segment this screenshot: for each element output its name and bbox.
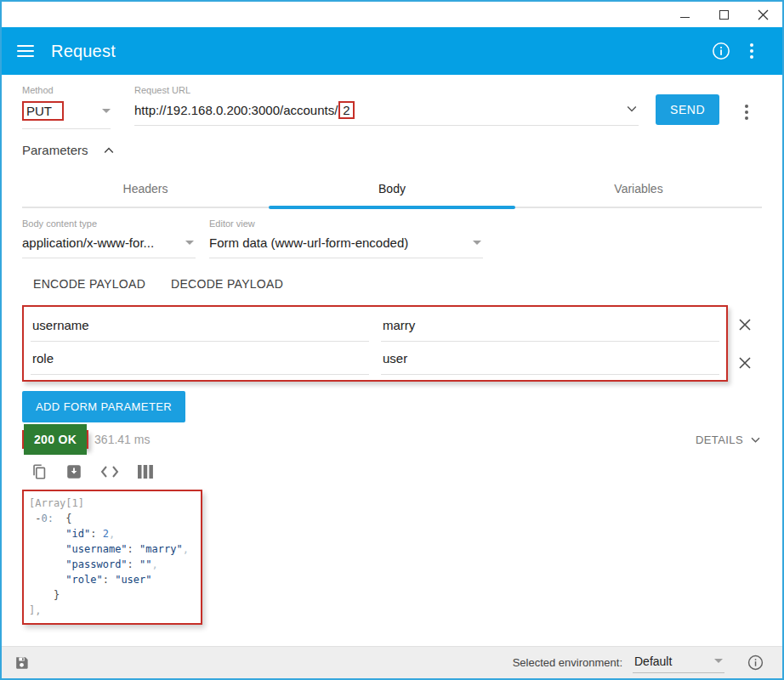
editor-view-value: Form data (www-url-form-encoded) [209,235,408,250]
json-array-header: [Array[1] [29,497,84,509]
status-annotated-box: 200 OK [22,430,88,449]
floppy-save-icon [14,654,30,671]
maximize-button[interactable] [704,2,743,27]
url-suggestions-toggle[interactable] [625,102,639,118]
remove-param-button[interactable] [736,354,754,372]
details-label: DETAILS [696,434,743,446]
close-icon [758,9,769,20]
maximize-icon [719,10,729,20]
editor-selects: Body content type application/x-www-for.… [22,218,762,258]
json-collapse-toggle[interactable]: - [29,513,41,524]
request-url-label: Request URL [134,85,639,95]
columns-icon [136,463,155,480]
encode-payload-button[interactable]: ENCODE PAYLOAD [33,277,145,291]
app-header: Request [2,27,782,75]
param-value-input[interactable] [381,342,719,375]
parameters-label: Parameters [22,143,88,157]
close-button[interactable] [743,2,782,27]
save-request-button[interactable] [14,654,30,671]
environment-value: Default [634,654,672,668]
request-url-value: http://192.168.0.200:3000/accounts/ [134,103,338,117]
json-response-annotated-box: [Array[1] -0: { "id": 2, "username": "ma… [22,490,202,625]
chevron-down-icon [749,434,762,446]
environment-group: Selected environment: Default [513,648,770,678]
dropdown-arrow-icon [102,109,111,113]
tab-body[interactable]: Body [269,173,515,207]
info-icon [747,654,764,671]
request-options-button[interactable] [731,97,762,128]
url-id-annotated: 2 [338,101,354,119]
main-content: Method PUT Request URL http://192.168.0.… [2,75,782,646]
param-remove-column [728,305,762,382]
page-title: Request [51,42,116,61]
chevron-up-icon [102,144,116,157]
kebab-icon [750,43,753,59]
dropdown-arrow-icon [185,241,194,245]
save-response-button[interactable] [65,462,83,481]
environment-select[interactable]: Default [633,653,724,673]
remove-param-button[interactable] [736,315,754,334]
param-row [31,309,719,342]
status-bar: Selected environment: Default [2,646,782,678]
environment-label: Selected environment: [513,656,622,669]
param-name-input[interactable] [31,309,369,342]
close-icon [737,355,753,371]
method-label: Method [22,85,111,95]
view-source-button[interactable] [99,463,120,480]
environment-info-button[interactable] [740,648,770,678]
param-name-input[interactable] [31,342,369,375]
status-badge: 200 OK [24,424,87,455]
kebab-icon [745,105,748,120]
minimize-icon [680,17,690,18]
chevron-down-icon [625,102,639,116]
save-download-icon [65,462,83,481]
tab-headers[interactable]: Headers [22,173,269,207]
window-titlebar [2,2,782,27]
request-row: Method PUT Request URL http://192.168.0.… [22,85,762,129]
param-row [31,342,719,375]
editor-view-select[interactable]: Editor view Form data (www-url-form-enco… [209,218,483,258]
editor-view-label: Editor view [209,218,483,229]
param-value-input[interactable] [381,309,719,342]
parameters-toggle[interactable]: Parameters [22,143,141,157]
minimize-button[interactable] [665,2,704,27]
overflow-menu-button[interactable] [736,36,767,66]
body-content-type-value: application/x-www-for... [22,235,154,250]
decode-payload-button[interactable]: DECODE PAYLOAD [171,277,283,291]
form-parameters-annotated-box [22,305,728,382]
response-toolbar [22,462,762,481]
form-parameters [22,305,762,382]
send-button[interactable]: SEND [656,94,719,125]
request-url-field[interactable]: Request URL http://192.168.0.200:3000/ac… [134,85,639,126]
info-icon [712,42,730,60]
response-status-row: 200 OK 361.41 ms DETAILS [22,430,762,449]
code-icon [99,463,120,480]
payload-actions: ENCODE PAYLOAD DECODE PAYLOAD [22,277,762,291]
close-icon [737,317,753,332]
copy-response-button[interactable] [30,462,48,481]
editor-tabs: Headers Body Variables [22,173,762,208]
add-form-parameter-button[interactable]: ADD FORM PARAMETER [22,391,185,422]
body-content-type-select[interactable]: Body content type application/x-www-for.… [22,218,196,258]
method-select[interactable]: Method PUT [22,85,111,129]
copy-icon [30,462,48,481]
dropdown-arrow-icon [714,659,723,663]
table-view-button[interactable] [136,463,155,480]
response-time: 361.41 ms [94,433,150,446]
body-content-type-label: Body content type [22,218,196,229]
dropdown-arrow-icon [473,241,481,245]
tab-variables[interactable]: Variables [515,173,762,207]
menu-icon[interactable] [17,45,34,57]
method-value-annotated: PUT [22,101,64,121]
info-button[interactable] [706,36,736,66]
details-toggle[interactable]: DETAILS [696,434,762,446]
